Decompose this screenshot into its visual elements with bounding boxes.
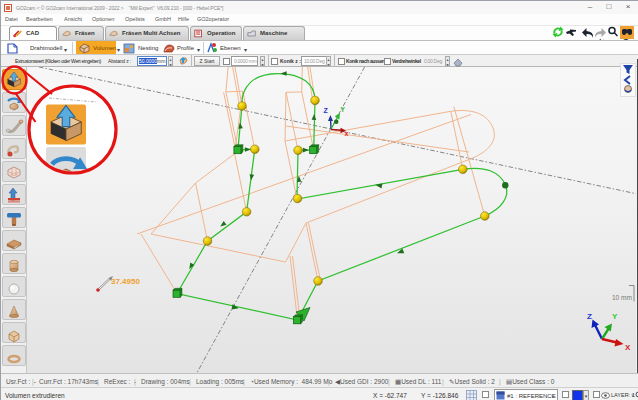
svg-text:Y: Y	[341, 106, 346, 113]
svg-text:10 mm: 10 mm	[612, 294, 632, 301]
svg-text:Z: Z	[587, 312, 592, 321]
svg-text:Z: Z	[324, 107, 329, 114]
svg-text:Y: Y	[612, 312, 618, 321]
svg-text:37.4950: 37.4950	[111, 277, 140, 286]
svg-text:x: x	[345, 130, 349, 137]
svg-text:X: X	[625, 343, 631, 352]
